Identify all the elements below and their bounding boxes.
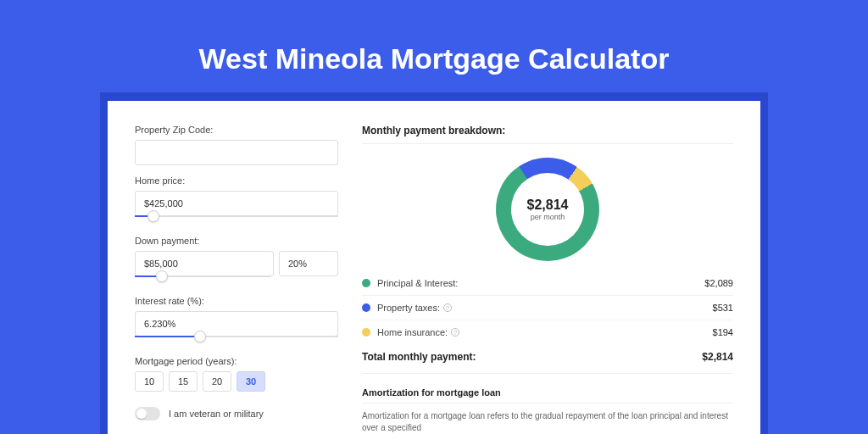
- zip-input[interactable]: [135, 140, 338, 165]
- breakdown-title: Monthly payment breakdown:: [362, 125, 733, 144]
- down-payment-pct-input[interactable]: [279, 251, 338, 276]
- legend-value-principal: $2,089: [704, 278, 733, 288]
- donut-sub: per month: [531, 213, 565, 221]
- swatch-insurance: [362, 328, 370, 337]
- payment-donut: $2,814 per month: [496, 158, 599, 261]
- legend-row-taxes: Property taxes:?$531: [362, 296, 733, 320]
- legend-label-taxes: Property taxes:: [377, 303, 440, 313]
- legend-label-insurance: Home insurance:: [377, 327, 448, 337]
- info-icon[interactable]: ?: [443, 303, 452, 312]
- amortization-text: Amortization for a mortgage loan refers …: [362, 410, 733, 434]
- period-button-20[interactable]: 20: [203, 371, 231, 392]
- total-value: $2,814: [702, 351, 733, 363]
- down-payment-amount-input[interactable]: [135, 251, 274, 276]
- legend-row-insurance: Home insurance:?$194: [362, 320, 733, 344]
- legend-value-taxes: $531: [713, 303, 733, 313]
- period-button-15[interactable]: 15: [169, 371, 198, 392]
- period-button-30[interactable]: 30: [236, 371, 265, 392]
- veteran-label: I am veteran or military: [169, 409, 264, 419]
- swatch-taxes: [362, 303, 370, 312]
- page-title: West Mineola Mortgage Calculator: [0, 0, 868, 92]
- donut-amount: $2,814: [527, 198, 569, 213]
- legend-value-insurance: $194: [713, 327, 733, 337]
- total-label: Total monthly payment:: [362, 351, 476, 363]
- info-icon[interactable]: ?: [451, 328, 459, 337]
- home-price-input[interactable]: [135, 191, 338, 216]
- legend-row-principal: Principal & Interest:$2,089: [362, 271, 733, 296]
- veteran-toggle[interactable]: [135, 407, 160, 420]
- down-payment-label: Down payment:: [135, 236, 338, 246]
- interest-rate-slider[interactable]: [135, 336, 338, 346]
- zip-label: Property Zip Code:: [135, 125, 338, 135]
- home-price-slider[interactable]: [135, 215, 338, 225]
- interest-rate-label: Interest rate (%):: [135, 296, 338, 306]
- interest-rate-input[interactable]: [135, 311, 338, 337]
- swatch-principal: [362, 279, 370, 287]
- home-price-label: Home price:: [135, 175, 338, 186]
- mortgage-period-label: Mortgage period (years):: [135, 356, 338, 366]
- legend-label-principal: Principal & Interest:: [377, 278, 458, 288]
- amortization-title: Amortization for mortgage loan: [362, 387, 733, 403]
- down-payment-slider[interactable]: [135, 275, 270, 286]
- mortgage-period-group: 10152030: [135, 371, 338, 392]
- period-button-10[interactable]: 10: [135, 371, 164, 392]
